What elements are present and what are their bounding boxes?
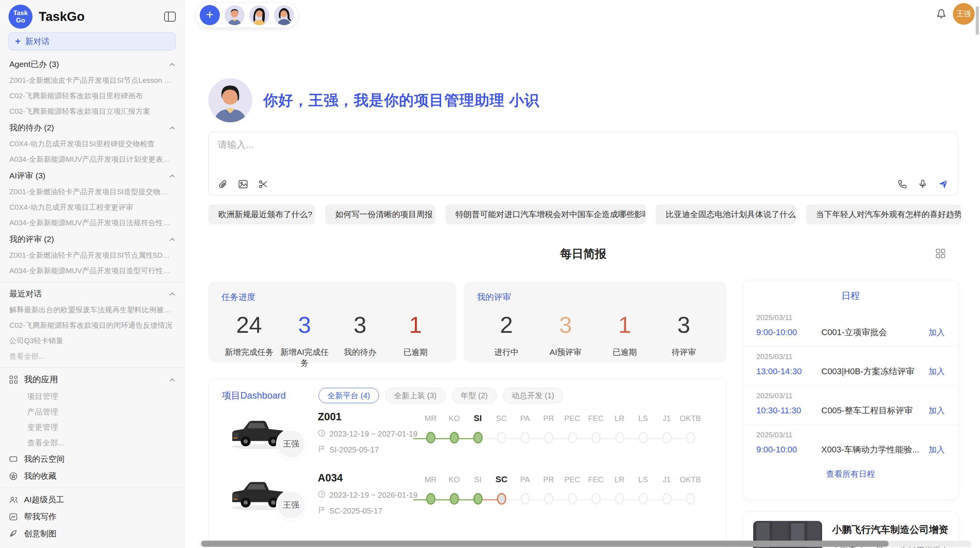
sidebar-section-title: AI评审 (3) <box>9 170 45 181</box>
milestone-label: PEC <box>560 413 584 424</box>
chevron-up-icon[interactable] <box>170 292 175 296</box>
sidebar-task-item[interactable]: A034-全新新能源MUV产品开发项目计划变更表编写 <box>0 152 184 167</box>
image-icon[interactable] <box>238 179 248 189</box>
milestone-label: LR <box>608 413 631 424</box>
chevron-up-icon[interactable] <box>170 126 175 130</box>
user-avatar[interactable]: 王强 <box>953 3 975 25</box>
sidebar-section-recent-header[interactable]: 最近对话 <box>0 285 184 302</box>
task-progress-stats: 24新增完成任务3新增AI完成任务3我的待办1已逾期 <box>221 312 443 368</box>
send-icon[interactable] <box>938 179 949 190</box>
sidebar-task-item[interactable]: Z001-全新燃油轻卡产品开发项目SI造型提交物评审 <box>0 184 184 200</box>
milestone-label: PA <box>513 413 537 424</box>
daily-briefing-title: 每日简报 <box>208 245 958 263</box>
horizontal-scrollbar[interactable] <box>199 541 971 547</box>
milestone-node-circle <box>639 432 648 444</box>
milestone-pa: PA <box>513 474 537 516</box>
favorites-icon <box>9 472 18 480</box>
agent-avatar-2[interactable] <box>249 5 269 25</box>
project-dates: 2023-12-19 ~ 2026-01-19 <box>329 491 417 500</box>
sidebar-task-item[interactable]: Z001-全新燃油轻卡产品开发项目SI节点属性5D文件评审 <box>0 248 184 263</box>
sidebar-task-item[interactable]: Z001-全新燃油皮卡产品开发项目SI节点Lesson Learn报告 <box>0 73 184 88</box>
schedule-join-link[interactable]: 加入 <box>929 327 945 338</box>
microphone-icon[interactable] <box>918 179 928 189</box>
sidebar-section-title: 我的待办 (2) <box>9 122 54 133</box>
project-dates: 2023-12-19 ~ 2027-01-19 <box>329 430 417 438</box>
my-apps-item[interactable]: 项目管理 <box>0 389 184 404</box>
sidebar-section-header[interactable]: Agent已办 (3) <box>0 56 184 73</box>
recent-conversation-item[interactable]: 公司Q3轻卡销量 <box>0 333 184 349</box>
recent-view-all[interactable]: 查看全部... <box>0 349 184 364</box>
sidebar-collapse-icon[interactable] <box>164 12 176 22</box>
suggestion-chip[interactable]: 当下年轻人对汽车外观有怎样的喜好趋势 <box>806 204 961 224</box>
apps-grid-icon <box>9 375 18 384</box>
sidebar-item-cloud-space[interactable]: 我的云空间 <box>0 450 184 468</box>
milestone-ko: KO <box>442 474 466 516</box>
sidebar-task-item[interactable]: C0X4-动力总成开发项目SI里程碑提交物检查 <box>0 136 184 152</box>
dashboard-tabs: 全新平台 (4)全新上装 (3)年型 (2)动总开发 (1) <box>319 388 563 403</box>
recent-conversation-item[interactable]: C02-飞腾新能源轻客改款项目的闭环通告反馈情况 <box>0 318 184 333</box>
schedule-join-link[interactable]: 加入 <box>929 366 945 377</box>
layout-grid-icon[interactable] <box>935 248 946 260</box>
schedule-join-link[interactable]: 加入 <box>929 405 945 416</box>
sidebar-section-header[interactable]: AI评审 (3) <box>0 167 184 184</box>
sidebar-task-item[interactable]: C0X4-动力总成开发项目工程变更评审 <box>0 200 184 215</box>
schedule-entry: 2025/03/119:00-10:00C001-立项审批会加入 <box>743 307 958 346</box>
my-apps-item[interactable]: 产品管理 <box>0 404 184 420</box>
apps-view-all[interactable]: 查看全部... <box>0 435 184 450</box>
horizontal-scrollbar-thumb[interactable] <box>201 541 889 547</box>
chevron-up-icon[interactable] <box>170 378 175 382</box>
sidebar-item-ai-staff[interactable]: AI超级员工 <box>0 491 184 508</box>
dashboard-tab[interactable]: 年型 (2) <box>452 388 497 403</box>
attachment-icon[interactable] <box>218 179 228 189</box>
sidebar-item-creative-drawing[interactable]: 创意制图 <box>0 525 184 542</box>
suggestion-chip[interactable]: 欧洲新规最近颁布了什么? <box>208 204 315 224</box>
sidebar-task-item[interactable]: A034-全新新能源MUV产品开发项目造型可行性评审 <box>0 263 184 279</box>
milestone-node-circle <box>686 493 695 505</box>
vertical-scrollbar-thumb[interactable] <box>976 6 979 35</box>
milestone-label: PR <box>537 413 560 424</box>
scissors-icon[interactable] <box>258 179 268 189</box>
milestone-label: PEC <box>560 474 584 485</box>
sidebar-task-item[interactable]: A034-全新新能源MUV产品开发项目法规符合性评审 <box>0 215 184 231</box>
phone-icon[interactable] <box>898 179 908 189</box>
dashboard-tab[interactable]: 全新平台 (4) <box>319 388 379 403</box>
new-chat-button[interactable]: + 新对话 <box>9 33 176 50</box>
chevron-up-icon[interactable] <box>170 238 175 241</box>
milestone-node-circle <box>568 493 577 505</box>
agent-avatar-3[interactable] <box>274 5 294 25</box>
dashboard-tab[interactable]: 动总开发 (1) <box>503 388 563 403</box>
stat-value: 24 <box>221 312 277 338</box>
schedule-view-all[interactable]: 查看所有日程 <box>743 469 958 480</box>
sidebar-task-item[interactable]: C02-飞腾新能源轻客改款项目里程碑画布 <box>0 88 184 104</box>
milestone-ls: LS <box>631 474 655 516</box>
suggestion-chip[interactable]: 特朗普可能对进口汽车增税会对中国车企造成哪些影响 <box>445 204 646 224</box>
recent-title: 最近对话 <box>9 288 42 299</box>
sidebar-section-header[interactable]: 我的待办 (2) <box>0 119 184 136</box>
my-apps-item[interactable]: 变更管理 <box>0 420 184 435</box>
schedule-date: 2025/03/11 <box>756 431 945 439</box>
milestone-pec: PEC <box>560 474 584 516</box>
chevron-up-icon[interactable] <box>170 174 175 178</box>
chevron-up-icon[interactable] <box>170 63 175 66</box>
sidebar-section-header[interactable]: 我的评审 (2) <box>0 231 184 248</box>
sidebar-item-favorites[interactable]: 我的收藏 <box>0 468 184 485</box>
milestone-node-circle <box>521 432 530 444</box>
suggestion-chip[interactable]: 比亚迪全固态电池计划具体说了什么 <box>656 204 796 224</box>
suggestion-chip[interactable]: 如何写一份清晰的项目周报 <box>325 204 435 224</box>
milestone-si: SI <box>466 474 490 516</box>
sidebar-item-writing-helper[interactable]: 帮我写作 <box>0 508 184 525</box>
my-apps-title: 我的应用 <box>24 374 170 385</box>
recent-conversation-item[interactable]: 解释最新出台的欧盟报废车法规再生塑料比例被调至15%... <box>0 302 184 318</box>
agent-avatar-1[interactable] <box>224 5 245 25</box>
sidebar-my-apps[interactable]: 我的应用 <box>0 371 184 389</box>
add-agent-button[interactable]: + <box>200 5 220 25</box>
stat-label: 已逾期 <box>595 347 654 358</box>
dashboard-tab[interactable]: 全新上装 (3) <box>385 388 445 403</box>
milestone-mr: MR <box>419 413 442 455</box>
notification-bell-icon[interactable] <box>936 9 947 21</box>
sidebar-task-item[interactable]: C02-飞腾新能源轻客改款项目立项汇报方案 <box>0 104 184 119</box>
my-apps-list: 项目管理产品管理变更管理 <box>0 389 184 435</box>
milestone-fec: FEC <box>584 413 608 455</box>
schedule-join-link[interactable]: 加入 <box>929 444 945 455</box>
composer-input[interactable] <box>218 139 656 150</box>
